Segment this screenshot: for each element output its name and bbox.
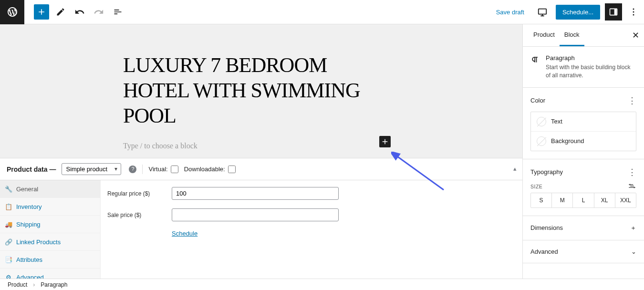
swatch-icon xyxy=(537,136,546,146)
regular-price-label: Regular price ($) xyxy=(107,190,172,197)
add-block-button[interactable] xyxy=(34,4,49,20)
svg-point-3 xyxy=(633,9,634,10)
svg-point-7 xyxy=(634,186,635,188)
block-placeholder[interactable]: Type / to choose a block xyxy=(123,142,197,150)
breadcrumb-root[interactable]: Product xyxy=(8,281,27,288)
list-icon xyxy=(113,7,123,17)
product-tab-shipping[interactable]: 🚚 Shipping xyxy=(0,216,100,233)
post-title[interactable]: LUXURY 7 BEDROOM HOTEL WITH SWIMMING POO… xyxy=(123,53,390,128)
sale-price-label: Sale price ($) xyxy=(107,212,172,218)
more-options-button[interactable] xyxy=(627,3,640,21)
breadcrumb-current[interactable]: Paragraph xyxy=(41,281,67,288)
sidebar-tab-product[interactable]: Product xyxy=(529,24,560,46)
breadcrumb: Product › Paragraph xyxy=(8,281,67,288)
sidebar-icon xyxy=(609,7,618,17)
save-draft-link[interactable]: Save draft xyxy=(491,6,529,19)
size-settings-icon[interactable] xyxy=(628,183,636,190)
wordpress-icon xyxy=(7,6,18,18)
preview-button[interactable] xyxy=(534,3,551,21)
settings-toggle-button[interactable] xyxy=(605,3,622,21)
color-panel-more[interactable]: ⋮ xyxy=(628,95,636,106)
size-s[interactable]: S xyxy=(531,193,552,207)
size-xl[interactable]: XL xyxy=(594,193,615,207)
gear-icon: ⚙ xyxy=(5,273,12,279)
block-description: Start with the basic building block of a… xyxy=(546,63,636,80)
schedule-sale-link[interactable]: Schedule xyxy=(172,230,516,237)
add-block-inline-button[interactable] xyxy=(379,136,391,147)
color-text-option[interactable]: Text xyxy=(531,112,636,132)
plus-icon: ＋ xyxy=(630,224,636,232)
product-data-help-icon[interactable]: ? xyxy=(129,166,136,173)
product-data-label: Product data — xyxy=(7,166,56,173)
downloadable-checkbox[interactable] xyxy=(228,166,236,173)
sidebar-tab-block[interactable]: Block xyxy=(560,24,584,46)
product-tab-advanced[interactable]: ⚙ Advanced xyxy=(0,269,100,279)
attributes-icon: 📑 xyxy=(5,256,12,263)
product-tab-linked[interactable]: 🔗 Linked Products xyxy=(0,233,100,251)
size-label: SIZE xyxy=(530,184,542,189)
undo-icon xyxy=(74,7,85,17)
product-tab-inventory[interactable]: 📋 Inventory xyxy=(0,198,100,216)
product-tab-attributes[interactable]: 📑 Attributes xyxy=(0,251,100,269)
color-background-option[interactable]: Background xyxy=(531,132,636,151)
typography-panel-title: Typography xyxy=(530,168,563,176)
schedule-button[interactable]: Schedule... xyxy=(556,5,600,20)
block-name: Paragraph xyxy=(546,54,636,62)
size-m[interactable]: M xyxy=(552,193,573,207)
divider xyxy=(142,165,143,174)
chevron-down-icon: ⌄ xyxy=(631,248,636,255)
svg-point-6 xyxy=(629,184,631,185)
svg-point-5 xyxy=(633,14,634,16)
kebab-icon xyxy=(633,8,634,16)
edit-tool-button[interactable] xyxy=(53,4,68,20)
regular-price-input[interactable] xyxy=(172,187,339,200)
downloadable-checkbox-label[interactable]: Downloadable: xyxy=(184,166,236,173)
size-l[interactable]: L xyxy=(573,193,594,207)
desktop-icon xyxy=(537,7,548,17)
undo-button[interactable] xyxy=(72,4,87,20)
redo-button[interactable] xyxy=(91,4,106,20)
truck-icon: 🚚 xyxy=(5,220,12,228)
sale-price-input[interactable] xyxy=(172,208,339,221)
inventory-icon: 📋 xyxy=(5,203,12,210)
link-icon: 🔗 xyxy=(5,238,12,246)
dimensions-panel[interactable]: Dimensions ＋ xyxy=(523,216,644,240)
advanced-panel[interactable]: Advanced ⌄ xyxy=(523,240,644,263)
color-panel-title: Color xyxy=(530,97,545,104)
product-type-select[interactable]: Simple product xyxy=(62,163,121,175)
typography-panel-more[interactable]: ⋮ xyxy=(628,167,636,177)
plus-icon xyxy=(381,137,389,146)
document-overview-button[interactable] xyxy=(110,4,125,20)
paragraph-icon xyxy=(530,54,540,65)
svg-rect-2 xyxy=(614,9,617,15)
size-xxl[interactable]: XXL xyxy=(615,193,636,207)
plus-icon xyxy=(37,7,46,17)
product-tab-general[interactable]: 🔧 General xyxy=(0,180,100,198)
close-sidebar-button[interactable]: ✕ xyxy=(632,30,639,41)
virtual-checkbox[interactable] xyxy=(171,166,178,173)
svg-point-4 xyxy=(633,11,634,13)
collapse-product-data[interactable]: ▴ xyxy=(513,165,517,172)
swatch-icon xyxy=(537,117,546,126)
svg-rect-0 xyxy=(539,9,547,14)
wrench-icon: 🔧 xyxy=(5,185,12,193)
pencil-icon xyxy=(56,7,65,17)
virtual-checkbox-label[interactable]: Virtual: xyxy=(148,166,178,173)
wordpress-logo[interactable] xyxy=(0,0,24,24)
redo-icon xyxy=(93,7,104,17)
